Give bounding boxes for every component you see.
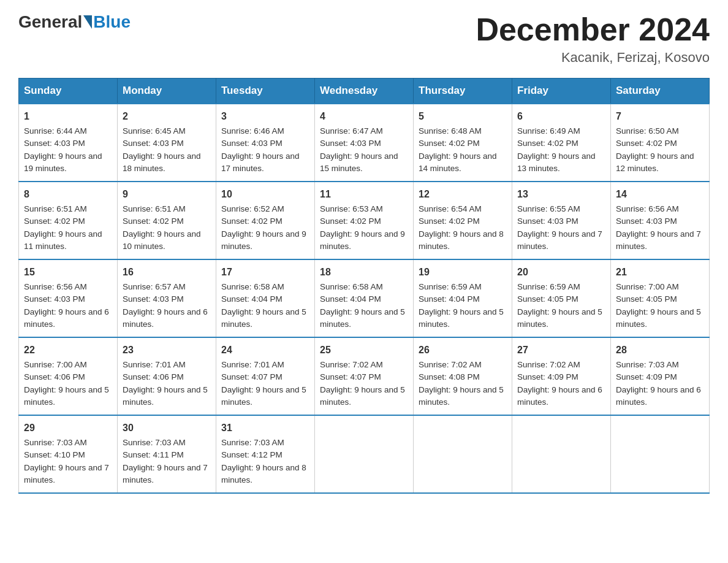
day-number: 2 <box>123 109 211 124</box>
day-number: 19 <box>419 265 507 280</box>
month-title: December 2024 <box>476 12 710 47</box>
calendar-cell: 8Sunrise: 6:51 AMSunset: 4:02 PMDaylight… <box>19 182 118 259</box>
day-number: 8 <box>24 187 112 202</box>
logo-blue-text: Blue <box>93 12 131 32</box>
calendar-cell <box>315 415 414 493</box>
header-saturday: Saturday <box>611 79 710 104</box>
calendar-cell: 6Sunrise: 6:49 AMSunset: 4:02 PMDaylight… <box>512 104 611 182</box>
day-number: 10 <box>221 187 309 202</box>
calendar-cell: 11Sunrise: 6:53 AMSunset: 4:02 PMDayligh… <box>315 182 414 259</box>
calendar-cell <box>611 415 710 493</box>
calendar-cell: 3Sunrise: 6:46 AMSunset: 4:03 PMDaylight… <box>216 104 315 182</box>
day-number: 5 <box>419 109 507 124</box>
day-number: 3 <box>221 109 309 124</box>
calendar-cell: 20Sunrise: 6:59 AMSunset: 4:05 PMDayligh… <box>512 259 611 337</box>
calendar-cell: 5Sunrise: 6:48 AMSunset: 4:02 PMDaylight… <box>414 104 512 182</box>
calendar-cell: 29Sunrise: 7:03 AMSunset: 4:10 PMDayligh… <box>19 415 118 493</box>
calendar-cell: 10Sunrise: 6:52 AMSunset: 4:02 PMDayligh… <box>216 182 315 259</box>
calendar-cell: 2Sunrise: 6:45 AMSunset: 4:03 PMDaylight… <box>118 104 216 182</box>
day-number: 7 <box>616 109 704 124</box>
calendar-cell: 7Sunrise: 6:50 AMSunset: 4:02 PMDaylight… <box>611 104 710 182</box>
calendar-cell: 23Sunrise: 7:01 AMSunset: 4:06 PMDayligh… <box>118 337 216 415</box>
header-friday: Friday <box>512 79 611 104</box>
calendar-cell: 24Sunrise: 7:01 AMSunset: 4:07 PMDayligh… <box>216 337 315 415</box>
calendar-cell: 31Sunrise: 7:03 AMSunset: 4:12 PMDayligh… <box>216 415 315 493</box>
header-sunday: Sunday <box>19 79 118 104</box>
calendar-cell: 9Sunrise: 6:51 AMSunset: 4:02 PMDaylight… <box>118 182 216 259</box>
page-header: General Blue December 2024 Kacanik, Feri… <box>18 12 710 66</box>
day-number: 21 <box>616 265 704 280</box>
calendar-cell: 28Sunrise: 7:03 AMSunset: 4:09 PMDayligh… <box>611 337 710 415</box>
header-tuesday: Tuesday <box>216 79 315 104</box>
day-number: 12 <box>419 187 507 202</box>
day-number: 11 <box>320 187 408 202</box>
calendar-cell: 27Sunrise: 7:02 AMSunset: 4:09 PMDayligh… <box>512 337 611 415</box>
calendar-table: Sunday Monday Tuesday Wednesday Thursday… <box>18 78 710 494</box>
calendar-week-row: 22Sunrise: 7:00 AMSunset: 4:06 PMDayligh… <box>19 337 710 415</box>
calendar-cell: 18Sunrise: 6:58 AMSunset: 4:04 PMDayligh… <box>315 259 414 337</box>
day-number: 20 <box>517 265 605 280</box>
day-number: 6 <box>517 109 605 124</box>
calendar-cell <box>512 415 611 493</box>
day-number: 22 <box>24 343 112 358</box>
calendar-cell: 22Sunrise: 7:00 AMSunset: 4:06 PMDayligh… <box>19 337 118 415</box>
calendar-body: 1Sunrise: 6:44 AMSunset: 4:03 PMDaylight… <box>19 104 710 493</box>
calendar-cell: 1Sunrise: 6:44 AMSunset: 4:03 PMDaylight… <box>19 104 118 182</box>
calendar-cell: 13Sunrise: 6:55 AMSunset: 4:03 PMDayligh… <box>512 182 611 259</box>
calendar-cell: 19Sunrise: 6:59 AMSunset: 4:04 PMDayligh… <box>414 259 512 337</box>
header-thursday: Thursday <box>414 79 512 104</box>
calendar-cell: 25Sunrise: 7:02 AMSunset: 4:07 PMDayligh… <box>315 337 414 415</box>
day-number: 18 <box>320 265 408 280</box>
day-number: 1 <box>24 109 112 124</box>
calendar-cell: 14Sunrise: 6:56 AMSunset: 4:03 PMDayligh… <box>611 182 710 259</box>
calendar-week-row: 29Sunrise: 7:03 AMSunset: 4:10 PMDayligh… <box>19 415 710 493</box>
calendar-cell: 17Sunrise: 6:58 AMSunset: 4:04 PMDayligh… <box>216 259 315 337</box>
day-number: 28 <box>616 343 704 358</box>
day-number: 27 <box>517 343 605 358</box>
day-number: 4 <box>320 109 408 124</box>
calendar-week-row: 15Sunrise: 6:56 AMSunset: 4:03 PMDayligh… <box>19 259 710 337</box>
day-number: 29 <box>24 421 112 435</box>
day-number: 25 <box>320 343 408 358</box>
calendar-header: Sunday Monday Tuesday Wednesday Thursday… <box>19 79 710 104</box>
header-monday: Monday <box>118 79 216 104</box>
header-wednesday: Wednesday <box>315 79 414 104</box>
logo-triangle-icon <box>83 15 92 29</box>
calendar-cell: 26Sunrise: 7:02 AMSunset: 4:08 PMDayligh… <box>414 337 512 415</box>
logo-general-text: General <box>18 12 82 32</box>
calendar-cell: 21Sunrise: 7:00 AMSunset: 4:05 PMDayligh… <box>611 259 710 337</box>
day-number: 16 <box>123 265 211 280</box>
calendar-cell: 15Sunrise: 6:56 AMSunset: 4:03 PMDayligh… <box>19 259 118 337</box>
day-number: 24 <box>221 343 309 358</box>
day-number: 13 <box>517 187 605 202</box>
day-number: 31 <box>221 421 309 435</box>
calendar-cell: 30Sunrise: 7:03 AMSunset: 4:11 PMDayligh… <box>118 415 216 493</box>
title-block: December 2024 Kacanik, Ferizaj, Kosovo <box>476 12 710 66</box>
calendar-week-row: 1Sunrise: 6:44 AMSunset: 4:03 PMDaylight… <box>19 104 710 182</box>
day-number: 26 <box>419 343 507 358</box>
day-number: 9 <box>123 187 211 202</box>
calendar-cell: 4Sunrise: 6:47 AMSunset: 4:03 PMDaylight… <box>315 104 414 182</box>
day-number: 15 <box>24 265 112 280</box>
day-number: 17 <box>221 265 309 280</box>
day-number: 30 <box>123 421 211 435</box>
day-number: 14 <box>616 187 704 202</box>
calendar-cell: 16Sunrise: 6:57 AMSunset: 4:03 PMDayligh… <box>118 259 216 337</box>
calendar-cell <box>414 415 512 493</box>
calendar-cell: 12Sunrise: 6:54 AMSunset: 4:02 PMDayligh… <box>414 182 512 259</box>
location-text: Kacanik, Ferizaj, Kosovo <box>476 50 710 66</box>
calendar-week-row: 8Sunrise: 6:51 AMSunset: 4:02 PMDaylight… <box>19 182 710 259</box>
header-row: Sunday Monday Tuesday Wednesday Thursday… <box>19 79 710 104</box>
day-number: 23 <box>123 343 211 358</box>
logo: General Blue <box>18 12 131 32</box>
